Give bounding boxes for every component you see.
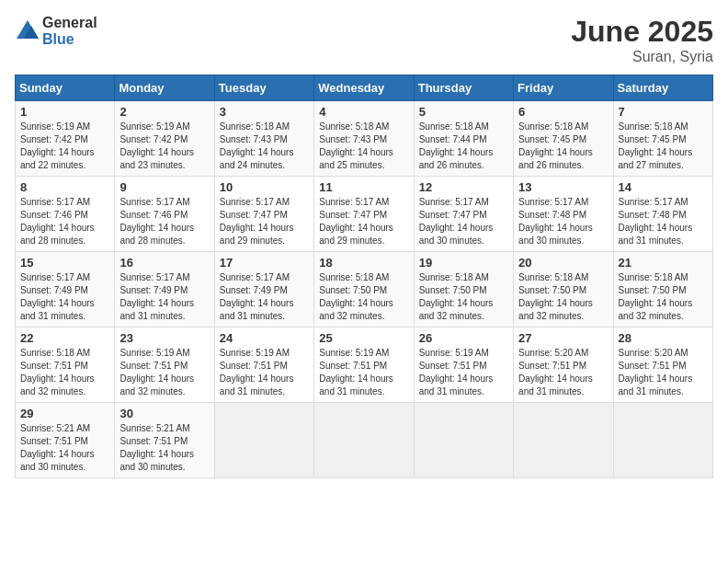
calendar-cell: 16 Sunrise: 5:17 AMSunset: 7:49 PMDaylig… bbox=[115, 252, 214, 327]
day-number: 10 bbox=[220, 180, 309, 194]
calendar-cell: 14 Sunrise: 5:17 AMSunset: 7:48 PMDaylig… bbox=[613, 177, 712, 252]
day-info: Sunrise: 5:18 AMSunset: 7:45 PMDaylight:… bbox=[619, 121, 708, 172]
calendar-cell: 24 Sunrise: 5:19 AMSunset: 7:51 PMDaylig… bbox=[214, 327, 313, 403]
day-info: Sunrise: 5:18 AMSunset: 7:43 PMDaylight:… bbox=[319, 121, 408, 172]
calendar-cell: 30 Sunrise: 5:21 AMSunset: 7:51 PMDaylig… bbox=[115, 403, 214, 478]
calendar-cell bbox=[613, 403, 712, 478]
day-info: Sunrise: 5:18 AMSunset: 7:44 PMDaylight:… bbox=[419, 121, 508, 172]
calendar-cell: 17 Sunrise: 5:17 AMSunset: 7:49 PMDaylig… bbox=[214, 252, 313, 327]
location-title: Suran, Syria bbox=[571, 49, 713, 65]
day-info: Sunrise: 5:19 AMSunset: 7:51 PMDaylight:… bbox=[220, 347, 309, 398]
day-number: 5 bbox=[419, 105, 508, 119]
day-info: Sunrise: 5:18 AMSunset: 7:50 PMDaylight:… bbox=[419, 271, 508, 323]
day-info: Sunrise: 5:17 AMSunset: 7:49 PMDaylight:… bbox=[220, 271, 309, 323]
calendar-cell: 15 Sunrise: 5:17 AMSunset: 7:49 PMDaylig… bbox=[16, 252, 115, 327]
calendar-cell: 21 Sunrise: 5:18 AMSunset: 7:50 PMDaylig… bbox=[613, 252, 712, 327]
day-number: 28 bbox=[619, 331, 708, 345]
calendar-cell: 11 Sunrise: 5:17 AMSunset: 7:47 PMDaylig… bbox=[314, 177, 414, 252]
header-friday: Friday bbox=[514, 75, 613, 101]
calendar-cell: 13 Sunrise: 5:17 AMSunset: 7:48 PMDaylig… bbox=[514, 177, 613, 252]
calendar-cell: 22 Sunrise: 5:18 AMSunset: 7:51 PMDaylig… bbox=[16, 327, 115, 403]
day-info: Sunrise: 5:17 AMSunset: 7:46 PMDaylight:… bbox=[20, 196, 109, 247]
day-info: Sunrise: 5:19 AMSunset: 7:51 PMDaylight:… bbox=[419, 347, 508, 398]
day-info: Sunrise: 5:17 AMSunset: 7:47 PMDaylight:… bbox=[419, 196, 508, 247]
header-sunday: Sunday bbox=[16, 75, 115, 101]
day-info: Sunrise: 5:19 AMSunset: 7:51 PMDaylight:… bbox=[119, 347, 209, 398]
header-wednesday: Wednesday bbox=[314, 75, 414, 101]
day-number: 6 bbox=[518, 105, 608, 119]
calendar-cell: 5 Sunrise: 5:18 AMSunset: 7:44 PMDayligh… bbox=[414, 101, 513, 177]
header-monday: Monday bbox=[115, 75, 214, 101]
day-number: 19 bbox=[419, 256, 508, 270]
calendar-cell: 19 Sunrise: 5:18 AMSunset: 7:50 PMDaylig… bbox=[414, 252, 513, 327]
calendar-cell: 3 Sunrise: 5:18 AMSunset: 7:43 PMDayligh… bbox=[214, 101, 313, 177]
day-info: Sunrise: 5:17 AMSunset: 7:48 PMDaylight:… bbox=[619, 196, 708, 247]
day-number: 4 bbox=[319, 105, 408, 119]
logo-blue: Blue bbox=[42, 31, 74, 47]
day-info: Sunrise: 5:17 AMSunset: 7:48 PMDaylight:… bbox=[518, 196, 608, 247]
day-number: 22 bbox=[20, 331, 109, 345]
day-number: 27 bbox=[518, 331, 608, 345]
day-info: Sunrise: 5:20 AMSunset: 7:51 PMDaylight:… bbox=[619, 347, 708, 398]
day-info: Sunrise: 5:18 AMSunset: 7:43 PMDaylight:… bbox=[220, 121, 309, 172]
calendar-week-2: 8 Sunrise: 5:17 AMSunset: 7:46 PMDayligh… bbox=[16, 177, 713, 252]
day-info: Sunrise: 5:19 AMSunset: 7:42 PMDaylight:… bbox=[20, 121, 109, 172]
day-number: 23 bbox=[119, 331, 209, 345]
day-number: 29 bbox=[20, 407, 109, 420]
day-info: Sunrise: 5:19 AMSunset: 7:42 PMDaylight:… bbox=[119, 121, 209, 172]
day-info: Sunrise: 5:19 AMSunset: 7:51 PMDaylight:… bbox=[319, 347, 408, 398]
day-number: 16 bbox=[119, 256, 209, 270]
calendar-cell: 20 Sunrise: 5:18 AMSunset: 7:50 PMDaylig… bbox=[514, 252, 613, 327]
day-number: 21 bbox=[619, 256, 708, 270]
header-thursday: Thursday bbox=[414, 75, 513, 101]
day-number: 12 bbox=[419, 180, 508, 194]
day-info: Sunrise: 5:17 AMSunset: 7:47 PMDaylight:… bbox=[319, 196, 408, 247]
calendar-cell: 1 Sunrise: 5:19 AMSunset: 7:42 PMDayligh… bbox=[16, 101, 115, 177]
calendar-cell: 6 Sunrise: 5:18 AMSunset: 7:45 PMDayligh… bbox=[514, 101, 613, 177]
day-number: 26 bbox=[419, 331, 508, 345]
calendar-cell: 4 Sunrise: 5:18 AMSunset: 7:43 PMDayligh… bbox=[314, 101, 414, 177]
calendar-cell: 26 Sunrise: 5:19 AMSunset: 7:51 PMDaylig… bbox=[414, 327, 513, 403]
day-number: 7 bbox=[619, 105, 708, 119]
day-number: 1 bbox=[20, 105, 109, 119]
day-number: 30 bbox=[119, 407, 209, 420]
calendar-cell bbox=[314, 403, 414, 478]
calendar-cell: 29 Sunrise: 5:21 AMSunset: 7:51 PMDaylig… bbox=[16, 403, 115, 478]
calendar-cell: 18 Sunrise: 5:18 AMSunset: 7:50 PMDaylig… bbox=[314, 252, 414, 327]
day-number: 11 bbox=[319, 180, 408, 194]
day-info: Sunrise: 5:17 AMSunset: 7:49 PMDaylight:… bbox=[119, 271, 209, 323]
day-number: 14 bbox=[619, 180, 708, 194]
logo-general: General bbox=[42, 15, 97, 30]
day-info: Sunrise: 5:21 AMSunset: 7:51 PMDaylight:… bbox=[119, 422, 209, 474]
calendar-cell: 25 Sunrise: 5:19 AMSunset: 7:51 PMDaylig… bbox=[314, 327, 414, 403]
calendar-cell bbox=[514, 403, 613, 478]
calendar-cell: 27 Sunrise: 5:20 AMSunset: 7:51 PMDaylig… bbox=[514, 327, 613, 403]
day-number: 2 bbox=[119, 105, 209, 119]
calendar-header-row: SundayMondayTuesdayWednesdayThursdayFrid… bbox=[16, 75, 713, 101]
day-info: Sunrise: 5:18 AMSunset: 7:45 PMDaylight:… bbox=[518, 121, 608, 172]
day-info: Sunrise: 5:18 AMSunset: 7:50 PMDaylight:… bbox=[319, 271, 408, 323]
calendar-table: SundayMondayTuesdayWednesdayThursdayFrid… bbox=[15, 75, 713, 478]
calendar-cell: 7 Sunrise: 5:18 AMSunset: 7:45 PMDayligh… bbox=[613, 101, 712, 177]
calendar-cell: 10 Sunrise: 5:17 AMSunset: 7:47 PMDaylig… bbox=[214, 177, 313, 252]
day-number: 24 bbox=[220, 331, 309, 345]
title-block: June 2025 Suran, Syria bbox=[571, 15, 713, 65]
day-info: Sunrise: 5:20 AMSunset: 7:51 PMDaylight:… bbox=[518, 347, 608, 398]
day-number: 15 bbox=[20, 256, 109, 270]
day-number: 25 bbox=[319, 331, 408, 345]
calendar-cell bbox=[414, 403, 513, 478]
day-number: 9 bbox=[119, 180, 209, 194]
day-info: Sunrise: 5:17 AMSunset: 7:47 PMDaylight:… bbox=[220, 196, 309, 247]
day-number: 20 bbox=[518, 256, 608, 270]
day-info: Sunrise: 5:17 AMSunset: 7:49 PMDaylight:… bbox=[20, 271, 109, 323]
day-info: Sunrise: 5:17 AMSunset: 7:46 PMDaylight:… bbox=[119, 196, 209, 247]
day-info: Sunrise: 5:18 AMSunset: 7:50 PMDaylight:… bbox=[619, 271, 708, 323]
day-info: Sunrise: 5:21 AMSunset: 7:51 PMDaylight:… bbox=[20, 422, 109, 474]
logo: General Blue bbox=[15, 15, 97, 48]
day-number: 18 bbox=[319, 256, 408, 270]
calendar-week-4: 22 Sunrise: 5:18 AMSunset: 7:51 PMDaylig… bbox=[16, 327, 713, 403]
page-header: General Blue June 2025 Suran, Syria bbox=[15, 15, 713, 65]
calendar-cell: 28 Sunrise: 5:20 AMSunset: 7:51 PMDaylig… bbox=[613, 327, 712, 403]
header-saturday: Saturday bbox=[613, 75, 712, 101]
calendar-cell: 2 Sunrise: 5:19 AMSunset: 7:42 PMDayligh… bbox=[115, 101, 214, 177]
